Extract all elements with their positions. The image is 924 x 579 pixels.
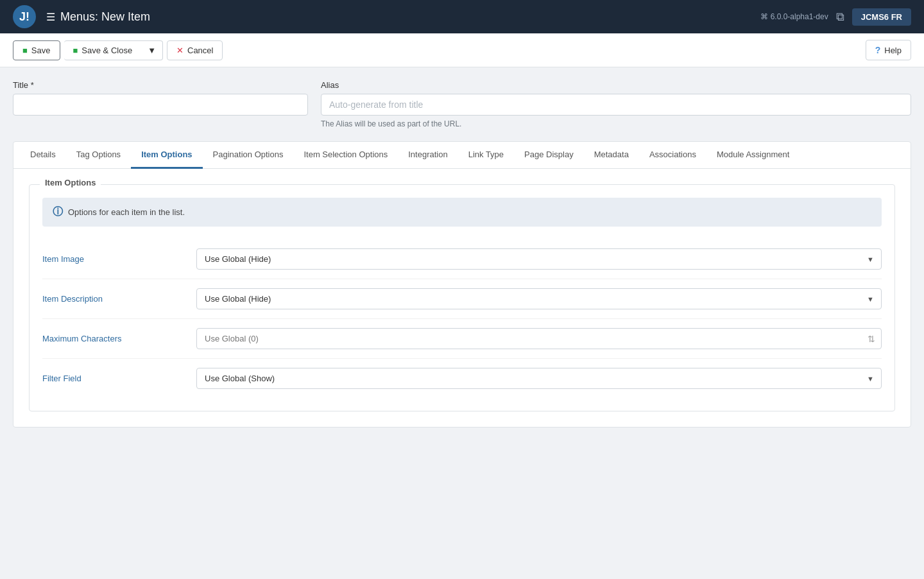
field-label-item-image: Item Image [42, 254, 184, 264]
field-row-filter-field: Filter FieldUse Global (Show)ShowHide [42, 359, 882, 398]
field-row-maximum-characters: Maximum Characters [42, 319, 882, 359]
alias-label: Alias [321, 80, 911, 90]
save-icon: ■ [22, 46, 28, 55]
version-label: ⌘ 6.0.0-alpha1-dev [760, 12, 828, 21]
tab-page-display[interactable]: Page Display [514, 142, 584, 169]
toolbar-right: ? Help [866, 40, 911, 60]
svg-text:J!: J! [19, 10, 30, 23]
menu-icon: ☰ [46, 11, 55, 23]
help-icon: ? [875, 45, 881, 55]
toolbar: ■ Save ■ Save & Close ▼ ✕ Cancel ? Help [0, 33, 924, 67]
external-link-icon: ⧉ [836, 10, 844, 24]
save-close-button[interactable]: ■ Save & Close [64, 40, 142, 60]
tabs-panel: DetailsTag OptionsItem OptionsPagination… [13, 141, 911, 428]
title-field: Title * [13, 80, 308, 128]
save-close-icon: ■ [73, 46, 78, 55]
tab-pagination-options[interactable]: Pagination Options [203, 142, 294, 169]
navbar-left: J! ☰ Menus: New Item [13, 5, 150, 28]
alias-field: Alias The Alias will be used as part of … [321, 80, 911, 128]
save-button[interactable]: ■ Save [13, 40, 60, 60]
tab-metadata[interactable]: Metadata [584, 142, 639, 169]
tab-module-assignment[interactable]: Module Assignment [706, 142, 800, 169]
navbar: J! ☰ Menus: New Item ⌘ 6.0.0-alpha1-dev … [0, 0, 924, 33]
info-banner: ⓘ Options for each item in the list. [42, 198, 882, 227]
save-dropdown-button[interactable]: ▼ [141, 40, 163, 60]
item-options-fieldset: Item Options ⓘ Options for each item in … [29, 184, 895, 411]
number-input-maximum-characters[interactable] [196, 328, 882, 349]
page-title: ☰ Menus: New Item [46, 10, 150, 24]
form-top-row: Title * Alias The Alias will be used as … [13, 80, 911, 128]
cancel-icon: ✕ [176, 46, 184, 55]
select-item-description[interactable]: Use Global (Hide)ShowHide [196, 288, 882, 309]
chevron-down-icon: ▼ [148, 46, 156, 55]
select-item-image[interactable]: Use Global (Hide)ShowHide [196, 248, 882, 270]
alias-input[interactable] [321, 94, 911, 116]
field-control-item-description: Use Global (Hide)ShowHide [196, 288, 882, 309]
tab-tag-options[interactable]: Tag Options [66, 142, 131, 169]
info-icon: ⓘ [53, 205, 63, 219]
tab-item-selection-options[interactable]: Item Selection Options [293, 142, 398, 169]
save-close-group: ■ Save & Close ▼ [64, 40, 164, 60]
tab-associations[interactable]: Associations [639, 142, 706, 169]
tab-content: Item Options ⓘ Options for each item in … [13, 169, 911, 427]
tab-details[interactable]: Details [20, 142, 66, 169]
title-label: Title * [13, 80, 308, 90]
select-filter-field[interactable]: Use Global (Show)ShowHide [196, 368, 882, 389]
fields-container: Item ImageUse Global (Hide)ShowHideItem … [42, 239, 882, 398]
joomla-logo: J! [13, 5, 36, 28]
field-control-filter-field: Use Global (Show)ShowHide [196, 368, 882, 389]
user-button[interactable]: JCMS6 FR [852, 8, 911, 26]
main-content: Title * Alias The Alias will be used as … [0, 67, 924, 576]
field-label-filter-field: Filter Field [42, 374, 184, 383]
field-label-item-description: Item Description [42, 294, 184, 304]
tab-link-type[interactable]: Link Type [458, 142, 514, 169]
field-row-item-image: Item ImageUse Global (Hide)ShowHide [42, 239, 882, 279]
field-control-maximum-characters [196, 328, 882, 349]
title-input[interactable] [13, 94, 308, 116]
field-label-maximum-characters: Maximum Characters [42, 334, 184, 343]
toolbar-actions: ■ Save ■ Save & Close ▼ ✕ Cancel [13, 40, 223, 60]
tab-integration[interactable]: Integration [398, 142, 458, 169]
tab-item-options[interactable]: Item Options [131, 142, 202, 169]
alias-hint: The Alias will be used as part of the UR… [321, 119, 911, 128]
help-button[interactable]: ? Help [866, 40, 911, 60]
cancel-button[interactable]: ✕ Cancel [167, 40, 223, 60]
field-control-item-image: Use Global (Hide)ShowHide [196, 248, 882, 270]
tabs-nav: DetailsTag OptionsItem OptionsPagination… [13, 142, 911, 169]
field-row-item-description: Item DescriptionUse Global (Hide)ShowHid… [42, 279, 882, 319]
navbar-right: ⌘ 6.0.0-alpha1-dev ⧉ JCMS6 FR [760, 8, 911, 26]
fieldset-legend: Item Options [40, 178, 101, 187]
info-text: Options for each item in the list. [68, 207, 185, 217]
